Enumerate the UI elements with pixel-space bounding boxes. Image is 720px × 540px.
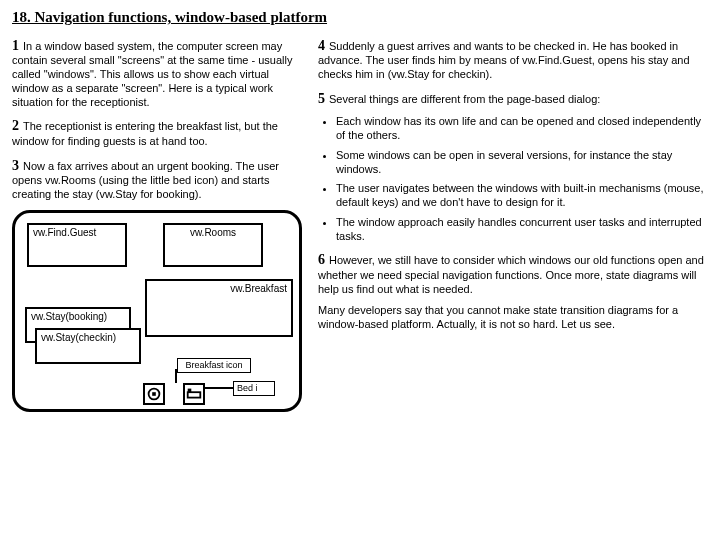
- window-rooms: vw.Rooms: [163, 223, 263, 267]
- label-breakfast-icon: Breakfast icon: [177, 358, 251, 373]
- bullet-item: Each window has its own life and can be …: [336, 115, 708, 143]
- step-number-2: 2: [12, 118, 19, 133]
- window-find-guest: vw.Find.Guest: [27, 223, 127, 267]
- para-1-text: In a window based system, the computer s…: [12, 40, 292, 108]
- page-title: 18. Navigation functions, window-based p…: [12, 8, 708, 27]
- screen-diagram: vw.Find.Guest vw.Rooms vw.Breakfast vw.S…: [12, 210, 302, 412]
- svg-rect-3: [188, 388, 192, 392]
- right-column: 4Suddenly a guest arrives and wants to b…: [318, 37, 708, 412]
- connector-line: [175, 369, 177, 383]
- para-6: 6However, we still have to consider whic…: [318, 251, 708, 296]
- window-breakfast: vw.Breakfast: [145, 279, 293, 337]
- step-number-5: 5: [318, 91, 325, 106]
- para-6-text: However, we still have to consider which…: [318, 254, 704, 294]
- para-4: 4Suddenly a guest arrives and wants to b…: [318, 37, 708, 82]
- bed-icon: [183, 383, 205, 405]
- step-number-4: 4: [318, 38, 325, 53]
- para-1: 1In a window based system, the computer …: [12, 37, 302, 110]
- step-number-3: 3: [12, 158, 19, 173]
- step-number-6: 6: [318, 252, 325, 267]
- para-3-text: Now a fax arrives about an urgent bookin…: [12, 160, 279, 200]
- para-4-text: Suddenly a guest arrives and wants to be…: [318, 40, 690, 80]
- para-5-text: Several things are different from the pa…: [329, 93, 600, 105]
- window-stay-checkin: vw.Stay(checkin): [35, 328, 141, 364]
- breakfast-icon: [143, 383, 165, 405]
- bullet-item: Some windows can be open in several vers…: [336, 149, 708, 177]
- label-bed-icon: Bed i: [233, 381, 275, 396]
- two-column-layout: 1In a window based system, the computer …: [12, 37, 708, 412]
- para-3: 3Now a fax arrives about an urgent booki…: [12, 157, 302, 202]
- para-2: 2The receptionist is entering the breakf…: [12, 117, 302, 148]
- bullet-list: Each window has its own life and can be …: [318, 115, 708, 243]
- svg-rect-2: [188, 392, 201, 397]
- para-end: Many developers say that you cannot make…: [318, 304, 708, 332]
- left-column: 1In a window based system, the computer …: [12, 37, 302, 412]
- connector-line: [205, 387, 233, 389]
- svg-rect-1: [152, 392, 156, 396]
- bullet-item: The user navigates between the windows w…: [336, 182, 708, 210]
- bullet-item: The window approach easily handles concu…: [336, 216, 708, 244]
- step-number-1: 1: [12, 38, 19, 53]
- para-5: 5Several things are different from the p…: [318, 90, 708, 108]
- para-2-text: The receptionist is entering the breakfa…: [12, 120, 278, 147]
